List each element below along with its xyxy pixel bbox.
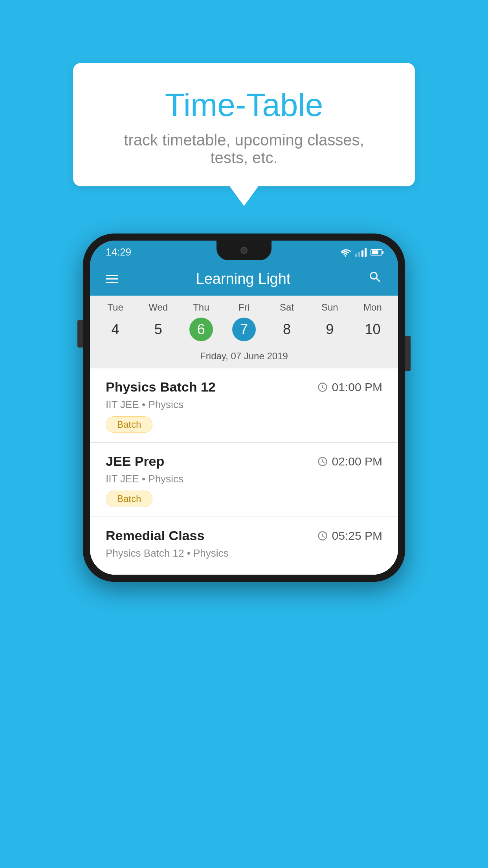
- class-time-value-3: 05:25 PM: [332, 529, 382, 542]
- class-time-value: 01:00 PM: [332, 381, 382, 394]
- class-time-value-2: 02:00 PM: [332, 455, 382, 468]
- day-7-selected[interactable]: 7: [232, 318, 256, 341]
- calendar-week: Tue Wed Thu Fri Sat Sun Mon 4 5 6 7 8 9 …: [90, 296, 398, 368]
- day-5[interactable]: 5: [137, 318, 180, 341]
- day-6-today[interactable]: 6: [189, 318, 213, 341]
- status-time: 14:29: [106, 246, 131, 258]
- wifi-icon: [339, 248, 351, 257]
- app-title: Learning Light: [196, 270, 291, 287]
- day-name-thu[interactable]: Thu: [180, 302, 222, 313]
- class-item-physics-batch-12[interactable]: Physics Batch 12 01:00 PM IIT JEE • Phys…: [90, 368, 398, 443]
- search-icon[interactable]: [368, 270, 382, 288]
- class-meta: IIT JEE • Physics: [106, 399, 382, 411]
- day-4[interactable]: 4: [94, 318, 137, 341]
- app-header: Learning Light: [90, 262, 398, 296]
- class-name-3: Remedial Class: [106, 528, 204, 543]
- class-item-header: Physics Batch 12 01:00 PM: [106, 379, 382, 395]
- class-meta-2: IIT JEE • Physics: [106, 473, 382, 485]
- clock-icon: [317, 382, 328, 393]
- notch: [216, 241, 272, 260]
- status-icons: [339, 248, 382, 257]
- class-time-3: 05:25 PM: [317, 529, 382, 542]
- class-time-2: 02:00 PM: [317, 455, 382, 468]
- day-name-mon[interactable]: Mon: [351, 302, 394, 313]
- phone-inner: 14:29: [90, 241, 398, 575]
- selected-date-label: Friday, 07 June 2019: [90, 348, 398, 368]
- class-item-header-3: Remedial Class 05:25 PM: [106, 528, 382, 543]
- class-name-2: JEE Prep: [106, 454, 164, 469]
- day-numbers-row: 4 5 6 7 8 9 10: [90, 316, 398, 348]
- signal-bars-icon: [355, 248, 367, 257]
- class-item-header-2: JEE Prep 02:00 PM: [106, 454, 382, 469]
- tooltip-title: Time-Table: [105, 86, 383, 123]
- class-name: Physics Batch 12: [106, 379, 216, 395]
- day-name-sun[interactable]: Sun: [308, 302, 351, 313]
- day-9[interactable]: 9: [308, 318, 351, 341]
- day-name-fri[interactable]: Fri: [222, 302, 265, 313]
- tooltip-subtitle: track timetable, upcoming classes, tests…: [105, 131, 383, 167]
- day-10[interactable]: 10: [351, 318, 394, 341]
- day-8[interactable]: 8: [266, 318, 308, 341]
- class-meta-3: Physics Batch 12 • Physics: [106, 547, 382, 559]
- status-bar: 14:29: [90, 241, 398, 262]
- day-name-wed[interactable]: Wed: [137, 302, 180, 313]
- class-item-jee-prep[interactable]: JEE Prep 02:00 PM IIT JEE • Physics Batc…: [90, 443, 398, 517]
- camera-dot: [240, 247, 248, 254]
- hamburger-menu-icon[interactable]: [106, 275, 118, 283]
- day-name-sat[interactable]: Sat: [266, 302, 308, 313]
- day-name-tue[interactable]: Tue: [94, 302, 137, 313]
- clock-icon-3: [317, 530, 328, 541]
- class-list: Physics Batch 12 01:00 PM IIT JEE • Phys…: [90, 368, 398, 575]
- phone-mockup: 14:29: [83, 234, 405, 582]
- class-time: 01:00 PM: [317, 381, 382, 394]
- day-names-row: Tue Wed Thu Fri Sat Sun Mon: [90, 296, 398, 316]
- battery-icon: [371, 249, 382, 256]
- batch-badge-2: Batch: [106, 491, 152, 507]
- clock-icon-2: [317, 456, 328, 467]
- class-item-remedial[interactable]: Remedial Class 05:25 PM Physics Batch 12…: [90, 517, 398, 575]
- phone-outer: 14:29: [83, 234, 405, 582]
- tooltip-card: Time-Table track timetable, upcoming cla…: [73, 63, 415, 186]
- batch-badge: Batch: [106, 416, 152, 433]
